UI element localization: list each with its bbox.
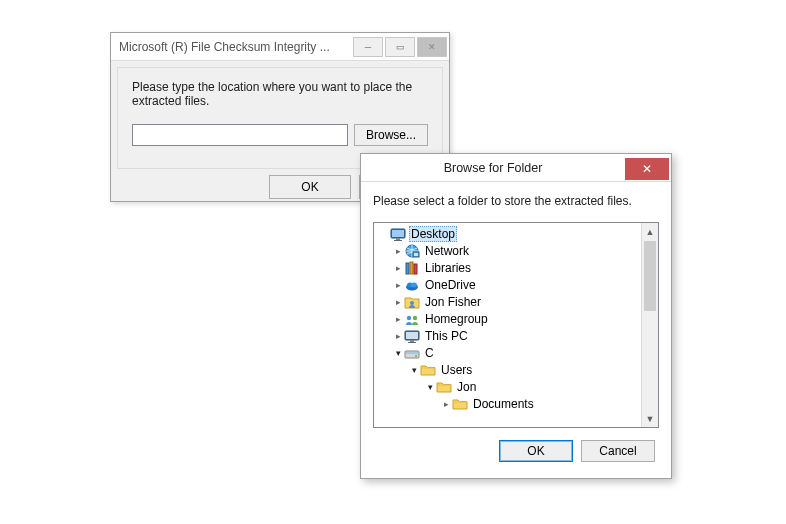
svg-rect-9 [414,264,417,274]
chevron-right-icon[interactable]: ▸ [392,280,404,290]
svg-rect-18 [410,340,414,342]
tree-node[interactable]: ▾Jon [374,378,641,395]
scroll-down-arrow-icon[interactable]: ▼ [642,410,658,427]
scroll-up-arrow-icon[interactable]: ▲ [642,223,658,240]
folder-tree[interactable]: Desktop▸Network▸Libraries▸OneDrive▸Jon F… [374,223,641,427]
tree-node[interactable]: ▸Network [374,242,641,259]
extract-titlebar[interactable]: Microsoft (R) File Checksum Integrity ..… [111,33,449,61]
onedrive-icon [404,277,420,293]
browse-cancel-button[interactable]: Cancel [581,440,655,462]
tree-node-label: C [423,346,436,360]
browse-titlebar[interactable]: Browse for Folder ✕ [361,154,671,182]
desktop-icon [390,226,406,242]
browse-dialog: Browse for Folder ✕ Please select a fold… [360,153,672,479]
tree-node-label: Jon [455,380,478,394]
tree-node-label: Network [423,244,471,258]
user-icon [404,294,420,310]
chevron-right-icon[interactable]: ▸ [392,331,404,341]
tree-node-label: This PC [423,329,470,343]
tree-node-label: Libraries [423,261,473,275]
browse-button[interactable]: Browse... [354,124,428,146]
svg-point-13 [410,301,414,305]
tree-node-label: Homegroup [423,312,490,326]
svg-rect-19 [408,342,416,343]
maximize-button[interactable]: ▭ [385,37,415,57]
browse-ok-button[interactable]: OK [499,440,573,462]
folder-icon [452,396,468,412]
chevron-right-icon[interactable]: ▸ [392,246,404,256]
extract-title: Microsoft (R) File Checksum Integrity ..… [119,40,353,54]
svg-point-15 [413,315,417,319]
extract-path-input[interactable] [132,124,348,146]
svg-rect-8 [410,262,413,274]
svg-rect-7 [406,263,409,274]
homegroup-icon [404,311,420,327]
network-icon [404,243,420,259]
tree-node[interactable]: ▸OneDrive [374,276,641,293]
chevron-right-icon[interactable]: ▸ [392,297,404,307]
tree-node-label: Users [439,363,474,377]
browse-instruction: Please select a folder to store the extr… [373,194,659,208]
tree-node[interactable]: ▸Homegroup [374,310,641,327]
svg-rect-17 [406,332,418,339]
tree-node-label: Desktop [409,226,457,242]
tree-node[interactable]: ▸Libraries [374,259,641,276]
chevron-right-icon[interactable]: ▸ [440,399,452,409]
svg-point-14 [407,315,411,319]
close-button[interactable]: ✕ [417,37,447,57]
browse-close-button[interactable]: ✕ [625,158,669,180]
svg-rect-1 [392,230,404,237]
tree-node-label: Jon Fisher [423,295,483,309]
chevron-right-icon[interactable]: ▸ [392,263,404,273]
tree-node-label: Documents [471,397,536,411]
folder-tree-container: Desktop▸Network▸Libraries▸OneDrive▸Jon F… [373,222,659,428]
folder-icon [436,379,452,395]
extract-instruction: Please type the location where you want … [132,80,428,108]
chevron-down-icon[interactable]: ▾ [424,382,436,392]
close-icon: ✕ [642,162,652,176]
scroll-thumb[interactable] [644,241,656,311]
svg-rect-21 [406,352,418,354]
vertical-scrollbar[interactable]: ▲ ▼ [641,223,658,427]
tree-node-label: OneDrive [423,278,478,292]
chevron-down-icon[interactable]: ▾ [392,348,404,358]
tree-node[interactable]: ▸Jon Fisher [374,293,641,310]
svg-rect-2 [396,238,400,240]
extract-ok-button[interactable]: OK [269,175,351,199]
tree-node[interactable]: ▾C [374,344,641,361]
tree-node[interactable]: Desktop [374,225,641,242]
chevron-right-icon[interactable]: ▸ [392,314,404,324]
folder-icon [420,362,436,378]
tree-node[interactable]: ▸This PC [374,327,641,344]
browse-title: Browse for Folder [361,161,625,175]
svg-rect-6 [414,253,418,256]
drive-icon [404,345,420,361]
minimize-button[interactable]: ─ [353,37,383,57]
svg-rect-3 [394,240,402,241]
tree-node[interactable]: ▾Users [374,361,641,378]
svg-point-22 [415,355,417,357]
thispc-icon [404,328,420,344]
libraries-icon [404,260,420,276]
svg-point-12 [411,282,417,287]
tree-node[interactable]: ▸Documents [374,395,641,412]
chevron-down-icon[interactable]: ▾ [408,365,420,375]
